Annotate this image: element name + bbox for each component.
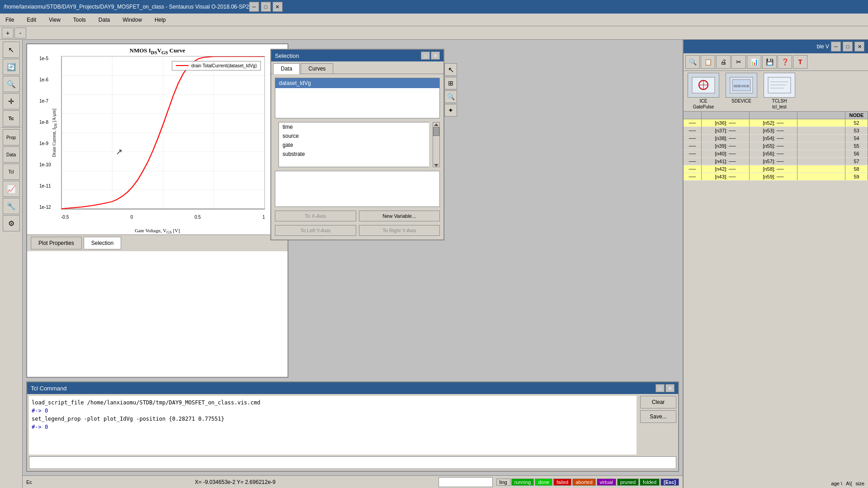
tcl-prompt-1: #-> 0	[32, 423, 634, 431]
menu-help[interactable]: Help	[151, 16, 170, 24]
sidebar-chart-icon[interactable]: 📈	[3, 181, 20, 197]
right-tool-t[interactable]: T	[793, 55, 807, 69]
tab-data[interactable]: Data	[273, 63, 300, 74]
var-substrate[interactable]: substrate	[279, 150, 429, 159]
node-table[interactable]: ── [n36]: ── [n52]: ── 52 ── [n37]: ── […	[684, 119, 868, 479]
to-x-axis-btn[interactable]: To X-Axis	[275, 211, 356, 221]
nr53-col1: [n37]: ──	[702, 127, 750, 134]
arrow-tool[interactable]: ↖	[444, 63, 457, 76]
right-tool-print[interactable]: 🖨	[716, 55, 731, 69]
right-minimize-btn[interactable]: ─	[831, 42, 841, 52]
device-sdevice[interactable]: SDEVICE SDEVICE	[723, 73, 760, 109]
node-row-58[interactable]: ── [n42]: ── [n58]: ── 58	[684, 165, 868, 173]
menu-file[interactable]: File	[2, 16, 18, 24]
status-input[interactable]	[439, 477, 493, 487]
sidebar-zoom-icon[interactable]: 🔍	[3, 76, 20, 92]
sidebar-prop-icon[interactable]: Prop	[3, 129, 20, 145]
tcl-main: load_script_file /home/lanxiaomu/STDB/tm…	[27, 394, 678, 456]
to-right-y-btn[interactable]: To Right Y-Axis	[359, 225, 440, 236]
menu-bar: File Edit View Tools Data Window Help	[0, 14, 868, 26]
node-row-57[interactable]: ── [n41]: ── [n57]: ── 57	[684, 158, 868, 165]
right-tool-search[interactable]: 🔍	[685, 55, 700, 69]
right-maximize-btn[interactable]: □	[843, 42, 853, 52]
y-tick-0: 1e-5	[39, 56, 51, 61]
zoom-tool[interactable]: ⊞	[444, 77, 457, 89]
toolbar-add-button[interactable]: +	[2, 28, 14, 38]
menu-window[interactable]: Window	[119, 16, 146, 24]
node-row-53[interactable]: ── [n37]: ── [n53]: ── 53	[684, 127, 868, 135]
variable-scrollbar[interactable]	[433, 122, 440, 167]
tcl-close-btn[interactable]: ✕	[665, 384, 675, 392]
menu-tools[interactable]: Tools	[70, 16, 90, 24]
node-row-59[interactable]: ── [n43]: ── [n59]: ── 59	[684, 173, 868, 181]
esc-button[interactable]: [Esc]	[660, 479, 679, 486]
nr58-col0: ──	[684, 165, 702, 173]
device-tclsh[interactable]: TCLSH tcl_test	[761, 73, 797, 109]
plot-properties-tab[interactable]: Plot Properties	[31, 237, 82, 249]
sidebar-arrow-icon[interactable]: ↖	[3, 42, 20, 58]
right-age-label: age \	[831, 481, 842, 486]
sidebar-tool-icon[interactable]: 🔧	[3, 198, 20, 214]
var-gate[interactable]: gate	[279, 141, 429, 150]
sidebar-tcl-icon[interactable]: Tcl	[3, 164, 20, 180]
save-button[interactable]: Save...	[640, 410, 676, 423]
status-tag-aborted: aborted	[572, 479, 595, 486]
scroll-down-arrow[interactable]	[434, 164, 439, 167]
right-close-btn[interactable]: ✕	[854, 42, 864, 52]
search-tool[interactable]: 🔍	[444, 90, 457, 103]
node-row-52[interactable]: ── [n36]: ── [n52]: ── 52	[684, 119, 868, 127]
sidebar-data-icon[interactable]: Data	[3, 146, 20, 163]
right-tool-save[interactable]: 💾	[762, 55, 777, 69]
dataset-item-idvg[interactable]: dataset_IdVg	[275, 78, 439, 88]
scroll-thumb[interactable]	[433, 127, 439, 136]
toolbar-minus-button[interactable]: -	[14, 28, 26, 38]
tcl-input[interactable]	[29, 456, 676, 469]
plot-container: NMOS IDSVGS Curve 樹小木 Drain Current, IDS…	[26, 43, 288, 378]
sidebar-refresh-icon[interactable]: 🔄	[3, 59, 20, 75]
x-tick-0: -0.5	[61, 215, 69, 220]
right-tool-cut[interactable]: ✂	[731, 55, 746, 69]
sidebar-tc-icon[interactable]: Tc	[3, 110, 20, 127]
node-row-54[interactable]: ── [n38]: ── [n54]: ── 54	[684, 135, 868, 142]
device-ice[interactable]: ICE GatePulse	[685, 73, 722, 109]
right-tool-help[interactable]: ❓	[778, 55, 792, 69]
nr56-node: 56	[845, 150, 868, 157]
nr56-col2: [n56]: ──	[750, 150, 797, 157]
status-tag-done: done	[535, 479, 552, 486]
cursor-indicator: ↗	[116, 147, 122, 153]
tcl-minimize-btn[interactable]: □	[656, 384, 665, 392]
close-button[interactable]: ✕	[273, 2, 283, 12]
x-tick-3: 1	[262, 215, 265, 220]
tcl-controls: □ ✕	[656, 384, 675, 392]
scroll-up-arrow[interactable]	[434, 123, 439, 126]
node-row-56[interactable]: ── [n40]: ── [n56]: ── 56	[684, 150, 868, 158]
var-source[interactable]: source	[279, 131, 429, 141]
dataset-list: dataset_IdVg	[275, 78, 440, 118]
ec-label: Ec	[26, 479, 32, 485]
var-time[interactable]: time	[279, 122, 429, 131]
clear-button[interactable]: Clear	[640, 396, 676, 408]
nr57-node: 57	[845, 158, 868, 165]
right-tool-chart[interactable]: 📊	[747, 55, 761, 69]
maximize-button[interactable]: □	[261, 2, 271, 12]
node-row-55[interactable]: ── [n39]: ── [n55]: ── 55	[684, 142, 868, 150]
menu-data[interactable]: Data	[95, 16, 113, 24]
star-tool[interactable]: ✦	[444, 104, 457, 117]
plot-svg-area[interactable]: drain TotalCurrent(dataset_IdVg) ↗	[61, 56, 265, 210]
menu-edit[interactable]: Edit	[23, 16, 40, 24]
sidebar-gear-icon[interactable]: ⚙	[3, 215, 20, 231]
selection-tab-bottom[interactable]: Selection	[84, 237, 121, 249]
nr54-col0: ──	[684, 135, 702, 142]
minimize-button[interactable]: ─	[249, 2, 259, 12]
nr58-node: 58	[845, 165, 868, 173]
sel-minimize-btn[interactable]: □	[421, 52, 430, 60]
sidebar-cursor-icon[interactable]: ✛	[3, 93, 20, 109]
nr58-col1: [n42]: ──	[702, 165, 750, 173]
title-bar: /home/lanxiaomu/STDB/DAY9_Projects/DAY9_…	[0, 0, 868, 14]
right-tool-clipboard[interactable]: 📋	[701, 55, 715, 69]
new-variable-btn[interactable]: New Variable...	[359, 211, 440, 221]
sel-close-btn[interactable]: ✕	[431, 52, 440, 60]
tab-curves[interactable]: Curves	[301, 63, 333, 74]
to-left-y-btn[interactable]: To Left Y-Axis	[275, 225, 356, 236]
menu-view[interactable]: View	[45, 16, 64, 24]
